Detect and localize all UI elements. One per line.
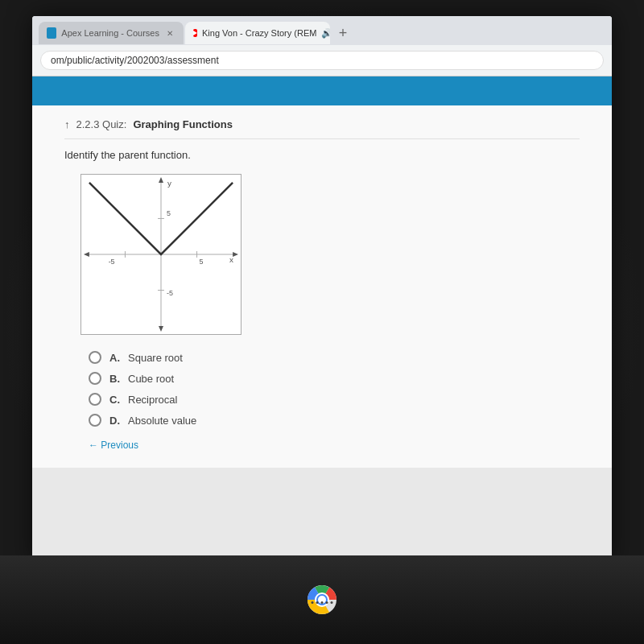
site-header xyxy=(32,76,612,105)
youtube-favicon xyxy=(193,29,197,37)
svg-text:-5: -5 xyxy=(167,289,173,297)
question-text: Identify the parent function. xyxy=(64,149,580,161)
svg-text:y: y xyxy=(167,179,171,188)
answer-choices: A. Square root B. Cube root C. Reciproca… xyxy=(64,351,580,427)
answer-choice-a[interactable]: A. Square root xyxy=(89,351,580,364)
speaker-dots xyxy=(312,601,333,604)
tab-apex-learning[interactable]: Apex Learning - Courses ✕ xyxy=(39,22,184,44)
previous-link[interactable]: ← Previous xyxy=(64,440,138,451)
graph-container: y x 5 -5 5 -5 xyxy=(80,174,242,335)
quiz-header: ↑ 2.2.3 Quiz: Graphing Functions xyxy=(64,118,580,139)
answer-label-d: D. xyxy=(109,415,120,427)
tab-apex-close[interactable]: ✕ xyxy=(164,27,175,39)
laptop-screen: Apex Learning - Courses ✕ King Von - Cra… xyxy=(32,16,612,564)
address-bar[interactable]: om/public/activity/2002003/assessment xyxy=(40,51,604,70)
browser-chrome: Apex Learning - Courses ✕ King Von - Cra… xyxy=(32,16,612,76)
chrome-logo xyxy=(308,585,336,614)
radio-a[interactable] xyxy=(89,351,101,364)
svg-text:x: x xyxy=(229,255,233,264)
answer-choice-b[interactable]: B. Cube root xyxy=(89,372,580,385)
tab-bar: Apex Learning - Courses ✕ King Von - Cra… xyxy=(32,16,612,45)
answer-label-b: B. xyxy=(109,373,120,385)
answer-text-b: Cube root xyxy=(128,373,174,385)
apex-favicon xyxy=(47,27,56,39)
section-icon: ↑ xyxy=(64,118,70,130)
radio-b[interactable] xyxy=(89,372,101,385)
address-bar-row: om/public/activity/2002003/assessment xyxy=(32,45,612,76)
answer-label-a: A. xyxy=(109,352,120,364)
radio-c[interactable] xyxy=(89,393,101,406)
answer-choice-d[interactable]: D. Absolute value xyxy=(89,414,580,427)
answer-text-c: Reciprocal xyxy=(128,394,177,406)
radio-d[interactable] xyxy=(89,414,101,427)
svg-marker-7 xyxy=(159,326,163,332)
content-area: ↑ 2.2.3 Quiz: Graphing Functions Identif… xyxy=(32,105,612,468)
svg-text:5: 5 xyxy=(167,209,171,217)
quiz-section-label: 2.2.3 Quiz: xyxy=(76,118,127,130)
answer-text-a: Square root xyxy=(128,352,183,364)
tab-youtube[interactable]: King Von - Crazy Story (REM 🔊 ✕ xyxy=(185,22,330,44)
svg-text:-5: -5 xyxy=(109,258,115,266)
graph-svg: y x 5 -5 5 -5 xyxy=(81,175,241,334)
answer-label-c: C. xyxy=(109,394,120,406)
svg-marker-8 xyxy=(233,252,238,257)
sound-icon: 🔊 xyxy=(321,28,330,39)
laptop-bottom-bezel xyxy=(0,555,644,644)
svg-marker-9 xyxy=(84,252,89,257)
new-tab-button[interactable]: + xyxy=(332,22,354,44)
tab-youtube-label: King Von - Crazy Story (REM xyxy=(202,28,316,38)
svg-text:5: 5 xyxy=(200,258,204,266)
svg-marker-6 xyxy=(159,177,163,183)
answer-text-d: Absolute value xyxy=(128,415,196,427)
answer-choice-c[interactable]: C. Reciprocal xyxy=(89,393,580,406)
tab-apex-label: Apex Learning - Courses xyxy=(61,28,159,38)
quiz-section-title: Graphing Functions xyxy=(133,118,233,130)
